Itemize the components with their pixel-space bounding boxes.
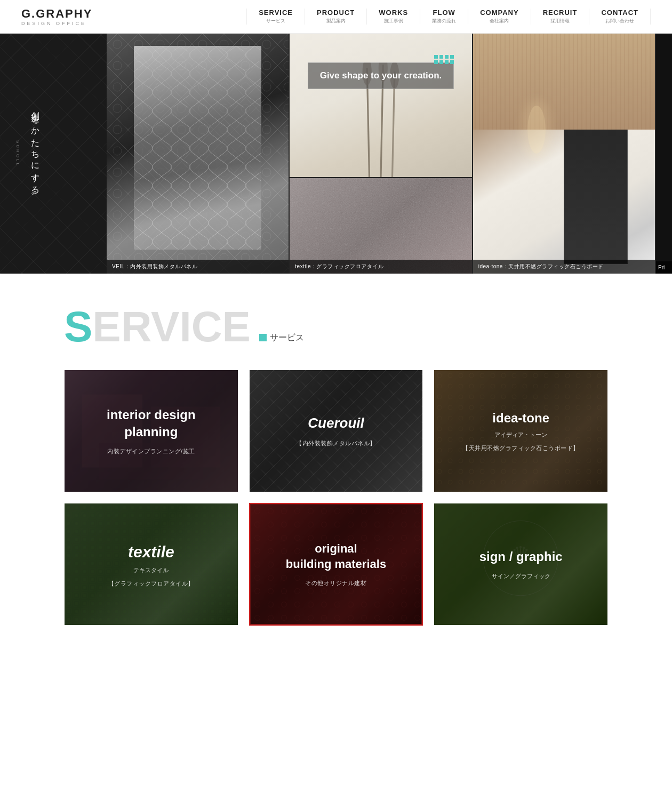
service-square-icon — [259, 334, 267, 341]
hero-label-ideatone: idea-tone：天井用不燃グラフィック石こうボード — [473, 260, 655, 274]
card-sign-title: sign / graphic — [479, 548, 563, 565]
card-ideatone-bracket: 【天井用不燃グラフィック石こうボード】 — [462, 444, 579, 452]
card-ideatone-content: idea-tone アイディア・トーン 【天井用不燃グラフィック石こうボード】 — [434, 370, 607, 492]
card-textile-bracket: 【グラフィックフロアタイル】 — [108, 580, 194, 588]
service-section: SERVICE サービス interior designplanning 内装デ… — [0, 274, 672, 668]
service-title-ja: サービス — [270, 332, 304, 343]
card-ideatone-subtitle: アイディア・トーン — [494, 431, 547, 439]
logo-title: G.GRAPHY — [21, 7, 92, 21]
nav-en-4: COMPANY — [480, 9, 518, 17]
hero-col-3: idea-tone：天井用不燃グラフィック石こうボード — [473, 34, 655, 274]
header: G.GRAPHY DESIGN OFFICE SERVICEサービスPRODUC… — [0, 0, 672, 34]
nav-item-flow[interactable]: FLOW業務の流れ — [420, 9, 468, 25]
nav-item-contact[interactable]: CONTACTお問い合わせ — [589, 9, 651, 25]
hero-img-textile-top: Give shape to your creation. — [290, 34, 471, 177]
card-textile[interactable]: textile テキスタイル 【グラフィックフロアタイル】 — [64, 503, 238, 626]
card-interior[interactable]: interior designplanning 内装デザインプランニング/施工 — [64, 370, 238, 492]
card-veil-title: Cuerouil — [308, 414, 364, 433]
service-title-ja-wrapper: サービス — [259, 332, 304, 343]
card-original[interactable]: originalbuilding materials その他オリジナル建材 — [249, 503, 423, 626]
main-nav: SERVICEサービスPRODUCT製品案内WORKS施工事例FLOW業務の流れ… — [246, 9, 651, 25]
svg-rect-2 — [134, 46, 261, 250]
nav-ja-2: 施工事例 — [384, 18, 403, 25]
nav-en-2: WORKS — [379, 9, 408, 17]
nav-item-product[interactable]: PRODUCT製品案内 — [305, 9, 366, 25]
card-interior-ja: 内装デザインプランニング/施工 — [107, 447, 195, 455]
card-veil-content: Cuerouil 【内外装装飾メタルパネル】 — [250, 370, 423, 492]
card-original-ja: その他オリジナル建材 — [305, 579, 366, 587]
nav-item-company[interactable]: COMPANY会社案内 — [468, 9, 530, 25]
hero-images: VEIL：内外装用装飾メタルパネル — [107, 34, 672, 274]
nav-ja-5: 採用情報 — [550, 18, 570, 25]
card-sign-ja: サイン／グラフィック — [492, 572, 550, 580]
nav-item-service[interactable]: SERVICEサービス — [246, 9, 305, 25]
hero-img-veil — [107, 34, 289, 274]
nav-ja-0: サービス — [266, 18, 285, 25]
hero-label-textile: textile：グラフィックフロアタイル — [290, 260, 471, 274]
card-original-content: originalbuilding materials その他オリジナル建材 — [250, 504, 422, 625]
card-ideatone-title: idea-tone — [492, 410, 549, 426]
nav-item-recruit[interactable]: RECRUIT採用情報 — [531, 9, 589, 25]
card-original-title: originalbuilding materials — [286, 541, 386, 572]
nav-item-works[interactable]: WORKS施工事例 — [366, 9, 420, 25]
hero-col-4-partial: Pri — [656, 34, 672, 274]
card-textile-title: textile — [128, 541, 174, 562]
hero-col-2: Give shape to your creation. — [290, 34, 471, 274]
nav-en-6: CONTACT — [601, 9, 638, 17]
hero-tagline: 創造をかたちにする。 — [29, 105, 41, 202]
nav-ja-3: 業務の流れ — [432, 18, 456, 25]
card-interior-content: interior designplanning 内装デザインプランニング/施工 — [65, 370, 238, 492]
service-grid: interior designplanning 内装デザインプランニング/施工 … — [64, 370, 608, 626]
service-title-rest: ERVICE — [92, 306, 250, 348]
service-heading: SERVICE サービス — [64, 306, 608, 348]
service-title-first: S — [64, 306, 92, 348]
logo-subtitle: DESIGN OFFICE — [21, 21, 86, 26]
hero-dots — [434, 55, 454, 64]
svg-rect-11 — [473, 34, 655, 130]
bottom-space — [0, 668, 672, 700]
card-veil[interactable]: Cuerouil 【内外装装飾メタルパネル】 — [249, 370, 423, 492]
nav-en-3: FLOW — [433, 9, 455, 17]
hero-section: SCROLL 創造をかたちにする。 — [0, 34, 672, 274]
card-ideatone[interactable]: idea-tone アイディア・トーン 【天井用不燃グラフィック石こうボード】 — [434, 370, 608, 492]
card-textile-content: textile テキスタイル 【グラフィックフロアタイル】 — [65, 503, 238, 625]
card-sign-content: sign / graphic サイン／グラフィック — [434, 503, 607, 625]
nav-ja-1: 製品案内 — [326, 18, 346, 25]
card-interior-title: interior designplanning — [107, 406, 196, 439]
nav-ja-4: 会社案内 — [490, 18, 509, 25]
hero-col-1: VEIL：内外装用装飾メタルパネル — [107, 34, 289, 274]
hero-overlay-text: Give shape to your creation. — [317, 69, 444, 82]
hero-label-veil: VEIL：内外装用装飾メタルパネル — [107, 260, 289, 274]
card-textile-subtitle: テキスタイル — [133, 566, 169, 574]
card-sign[interactable]: ♛ sign / graphic サイン／グラフィック — [434, 503, 608, 626]
nav-en-1: PRODUCT — [317, 9, 355, 17]
scroll-label: SCROLL — [15, 140, 20, 167]
card-veil-ja: 【内外装装飾メタルパネル】 — [296, 439, 376, 447]
nav-en-0: SERVICE — [259, 9, 293, 17]
hero-label-partial: Pri — [656, 261, 672, 274]
hero-img-ideatone — [473, 34, 655, 274]
nav-en-5: RECRUIT — [543, 9, 578, 17]
logo[interactable]: G.GRAPHY DESIGN OFFICE — [21, 7, 92, 26]
nav-ja-6: お問い合わせ — [605, 18, 634, 25]
